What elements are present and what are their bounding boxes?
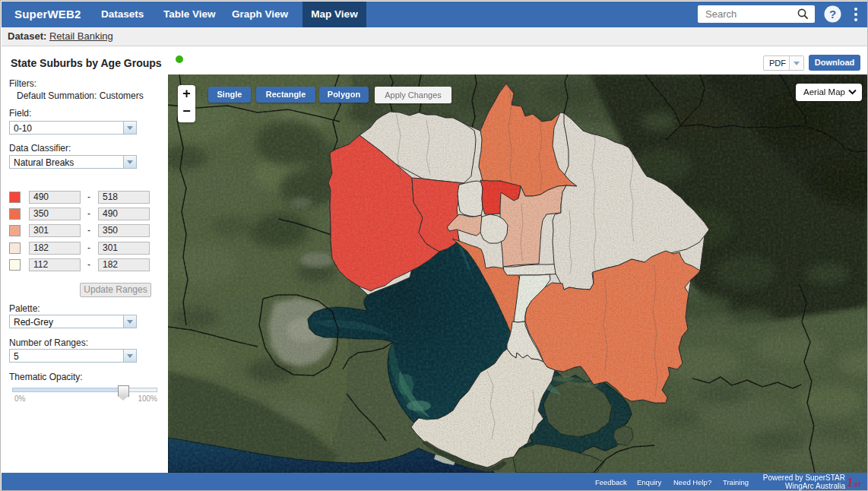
svg-text:?: ?	[829, 8, 836, 21]
svg-text:ST: ST	[854, 481, 862, 488]
svg-text:1: 1	[847, 476, 853, 489]
